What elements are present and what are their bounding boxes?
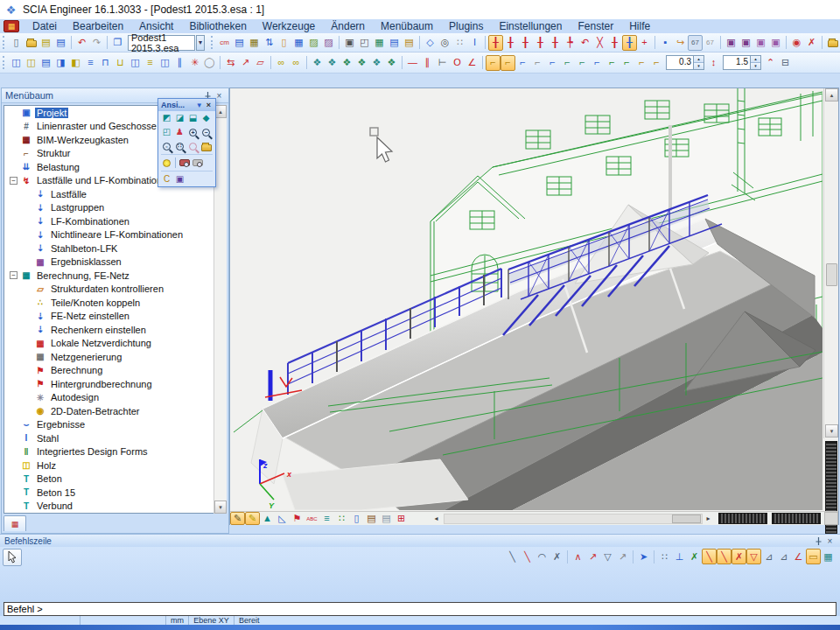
layer-stamp-icon[interactable]: ≡ (319, 512, 334, 525)
redraw-icon[interactable]: ◉ (789, 35, 804, 51)
menu-menuebaum[interactable]: Menübaum (373, 19, 441, 33)
save-as-icon[interactable]: ▤ (38, 35, 53, 51)
clipboard-icon[interactable]: ▯ (276, 35, 291, 51)
draw-circle-icon[interactable]: O (450, 55, 465, 71)
viewport-vertical-scrollbar[interactable]: ▴ ▾ (823, 88, 838, 438)
menu-ansicht[interactable]: Ansicht (131, 19, 181, 33)
chevron-down-icon[interactable]: ▼ (194, 102, 205, 109)
select-by-3-icon[interactable]: ❖ (340, 55, 354, 71)
toggle-labels-icon[interactable]: ⊓ (98, 55, 113, 71)
activity-icon[interactable]: ⇅ (262, 35, 276, 51)
beam-view-9-icon[interactable]: ⌐ (605, 55, 620, 71)
gallery-paperspace-icon[interactable]: ▨ (321, 35, 336, 51)
snap-arc-icon[interactable]: ◠ (535, 549, 550, 564)
menu-bibliotheken[interactable]: Bibliotheken (181, 19, 254, 33)
view-document-icon[interactable]: C (160, 172, 173, 186)
scrollbar-thumb[interactable] (826, 263, 837, 286)
menu-bearbeiten[interactable]: Bearbeiten (65, 19, 131, 33)
beam-view-1-icon[interactable]: ⌐ (486, 55, 500, 71)
render-doc-1-icon[interactable]: ▤ (364, 512, 379, 525)
snap-angle-icon[interactable]: ∠ (791, 549, 806, 564)
beam-view-11-icon[interactable]: ⌐ (634, 55, 649, 71)
view-glasses-1-icon[interactable]: ∞ (274, 55, 289, 71)
tree-item-rechenkern-einstellen[interactable]: ⇣Rechenkern einstellen (4, 323, 226, 337)
tree-item-teile-knoten-koppeln[interactable]: ∴Teile/Knoten koppeln (4, 296, 226, 310)
tree-item-beton[interactable]: TBeton (4, 472, 226, 486)
support-display-3-icon[interactable]: ╂ (518, 35, 533, 51)
selection-cursor-button[interactable] (3, 549, 22, 566)
tree-item-holz[interactable]: ◫Holz (4, 458, 226, 472)
tree-item-stahl[interactable]: IStahl (4, 431, 226, 445)
spinner-up-icon[interactable]: ▴ (751, 56, 760, 62)
menu-fenster[interactable]: Fenster (570, 19, 621, 33)
support-undo-icon[interactable]: ↶ (578, 35, 592, 51)
tree-expander-icon[interactable]: − (10, 177, 18, 185)
view-axonometric-icon[interactable]: ◆ (200, 111, 213, 125)
print-preview-icon[interactable]: ◰ (357, 35, 372, 51)
beam-view-7-icon[interactable]: ⌐ (575, 55, 590, 71)
load-plane-icon[interactable]: ◺ (275, 512, 290, 525)
toggle-render-icon[interactable]: ✳ (187, 55, 202, 71)
command-input[interactable] (4, 602, 836, 616)
snap-polyline-2-icon[interactable]: ⊿ (776, 549, 791, 564)
mesh-size-spinner[interactable]: 0.3 ▴▾ (666, 55, 704, 70)
beam-view-6-icon[interactable]: ⌐ (560, 55, 575, 71)
result-pen-2-icon[interactable]: ✎ (245, 512, 260, 525)
snap-tangent-icon[interactable]: ↗ (585, 549, 600, 564)
project-combo[interactable]: Podest1 2015.3.esa (128, 35, 195, 51)
status-units[interactable]: mm (166, 616, 189, 625)
tree-item-ergebnisklassen[interactable]: ▦Ergebnisklassen (4, 256, 226, 270)
zoom-out-icon[interactable]: − (200, 125, 213, 139)
select-by-5-icon[interactable]: ❖ (369, 55, 384, 71)
mesh-display-icon[interactable]: ∷ (334, 512, 349, 525)
undo-icon[interactable]: ↶ (74, 35, 89, 51)
support-display-1-icon[interactable]: ╂ (488, 35, 503, 51)
tree-item-stahlbeton-lfk[interactable]: ⇣Stahlbeton-LFK (4, 242, 226, 256)
toggle-supports-icon[interactable]: ◫ (128, 55, 143, 71)
toolbar-grip[interactable] (3, 56, 5, 69)
search-document-icon[interactable]: ◎ (438, 35, 452, 51)
save-icon[interactable]: ▤ (53, 35, 68, 51)
toggle-model-icon[interactable]: ◧ (68, 55, 83, 71)
scroll-right-icon[interactable]: ▸ (703, 513, 714, 525)
pin-icon[interactable] (813, 536, 824, 547)
tree-item-netzgenerierung[interactable]: ▦Netzgenerierung (4, 350, 226, 364)
shapes-icon[interactable]: ◇ (423, 35, 438, 51)
menutree-tab[interactable]: ▦ (4, 515, 26, 531)
zoom-all-icon[interactable]: ∷ (173, 139, 186, 153)
snap-intersection-icon[interactable]: ✗ (687, 549, 702, 564)
tree-item-lf-kombinationen[interactable]: ⇣LF-Kombinationen (4, 214, 226, 228)
grid-display-icon[interactable]: ⊞ (394, 512, 409, 525)
horizontal-resize-handle-2[interactable] (772, 513, 821, 524)
view-glasses-2-icon[interactable]: ∞ (289, 55, 304, 71)
layout-67-a-icon[interactable]: 67 (688, 35, 703, 51)
tree-item-fe-netz-einstellen[interactable]: ⇣FE-Netz einstellen (4, 310, 226, 324)
toolbar-grip[interactable] (211, 36, 214, 49)
zoom-window-icon[interactable]: ▫ (160, 139, 173, 153)
viewport-3d[interactable]: z x Y ▴ ▾ ✎✎▲◺⚑ABC≡∷▯▤▤⊞ ◂ ▸ (229, 88, 839, 525)
support-display-2-icon[interactable]: ╂ (503, 35, 518, 51)
scroll-up-icon[interactable]: ▴ (825, 88, 838, 102)
paste-special-1-icon[interactable]: ▣ (724, 35, 738, 51)
scroll-down-icon[interactable]: ▾ (825, 424, 838, 438)
draw-hatch-icon[interactable]: ∥ (420, 55, 435, 71)
beam-view-10-icon[interactable]: ⌐ (620, 55, 634, 71)
paste-special-4-icon[interactable]: ▣ (768, 35, 783, 51)
tree-item-nichtlineare-lf-kombinationen[interactable]: ⇣Nichtlineare LF-Kombinationen (4, 228, 226, 242)
tree-item-lastfaelle[interactable]: ⇣Lastfälle (4, 187, 226, 201)
menu-datei[interactable]: Datei (24, 19, 65, 33)
export-view-icon[interactable]: ↪ (673, 35, 688, 51)
horizontal-resize-handle-1[interactable] (718, 513, 767, 524)
view-side-icon[interactable]: ◪ (173, 111, 186, 125)
toggle-hatching-icon[interactable]: ∥ (172, 55, 187, 71)
crosshair-icon[interactable]: + (637, 35, 652, 51)
beam-view-2-icon[interactable]: ⌐ (500, 55, 515, 71)
support-add-icon[interactable]: ╂ (607, 35, 622, 51)
flag-display-icon[interactable]: ⚑ (290, 512, 304, 525)
toggle-local-axes-icon[interactable]: ≡ (83, 55, 98, 71)
tree-item-2d-daten-betrachter[interactable]: ◉2D-Daten-Betrachter (4, 404, 226, 418)
connect-members-icon[interactable]: ⇆ (223, 55, 238, 71)
tree-item-lokale-netzverdichtung[interactable]: ▦Lokale Netzverdichtung (4, 337, 226, 351)
snap-ruler-icon[interactable]: ▭ (806, 549, 821, 564)
section-door-icon[interactable]: ▯ (349, 512, 364, 525)
